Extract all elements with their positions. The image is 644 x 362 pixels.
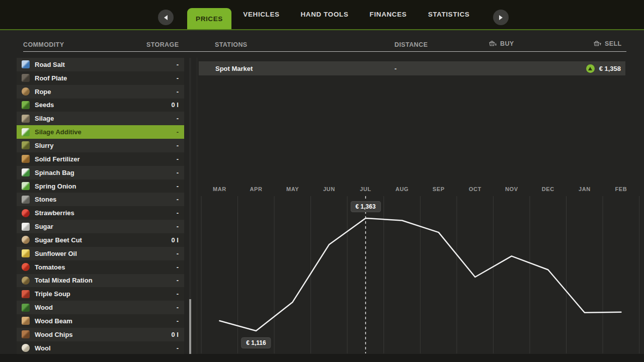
wood-icon (22, 304, 30, 312)
commodity-row[interactable]: Wood - (17, 301, 184, 314)
commodity-storage-value: - (177, 290, 179, 298)
wood-beam-icon (22, 317, 30, 325)
prices-screen: PRICES VEHICLES HAND TOOLS FINANCES STAT… (0, 0, 644, 362)
pane-divider (197, 58, 197, 354)
sell-price-group: € 1,358 (586, 64, 621, 73)
station-name: Spot Market (215, 65, 253, 72)
commodity-row[interactable]: Wood Beam - (17, 314, 184, 328)
silage-additive-icon (22, 128, 30, 136)
tab-hand-tools[interactable]: HAND TOOLS (294, 0, 355, 29)
column-header-stations: STATIONS (215, 41, 248, 48)
silage-icon (22, 115, 30, 123)
commodity-storage-value: - (177, 183, 179, 190)
total-mixed-ration-icon (22, 277, 30, 285)
commodity-row[interactable]: Wool - (17, 341, 184, 355)
commodity-name: Wool (35, 344, 51, 352)
commodity-row[interactable]: Rope - (17, 85, 184, 99)
commodity-row[interactable]: Slurry - (17, 139, 184, 152)
tab-vehicles[interactable]: VEHICLES (237, 0, 285, 29)
tab-prices[interactable]: PRICES (187, 8, 231, 30)
buy-basket-icon (489, 39, 497, 48)
commodity-name: Sunflower Oil (35, 250, 77, 257)
commodity-name: Total Mixed Ration (35, 277, 93, 284)
commodity-storage-value: - (177, 115, 179, 122)
commodity-name: Slurry (35, 142, 54, 149)
spot-market-row[interactable]: Spot Market - € 1,358 (199, 61, 625, 75)
strawberries-icon (22, 209, 30, 217)
road-salt-icon (22, 60, 30, 68)
commodity-name: Spring Onion (35, 183, 76, 190)
commodity-row[interactable]: Solid Fertilizer - (17, 152, 184, 166)
commodity-name: Tomatoes (35, 263, 65, 271)
commodity-row[interactable]: Sugar Beet Cut 0 l (17, 233, 184, 247)
column-header-sell: SELL (593, 39, 622, 48)
commodity-row[interactable]: Roof Plate - (17, 71, 184, 85)
commodity-row[interactable]: Total Mixed Ration - (17, 274, 184, 288)
commodity-storage-value: - (177, 88, 179, 96)
commodity-storage-value: - (177, 317, 179, 325)
sunflower-oil-icon (22, 249, 30, 257)
sugar-icon (22, 223, 30, 231)
tab-statistics[interactable]: STATISTICS (421, 0, 476, 29)
tabbar-accent-line (0, 29, 644, 30)
list-scrollbar-thumb[interactable] (189, 299, 191, 354)
commodity-storage-value: - (177, 209, 179, 217)
commodity-name: Strawberries (35, 209, 74, 217)
prev-tab-button[interactable] (158, 10, 174, 25)
roof-plate-icon (22, 74, 30, 82)
chart-peak-price-tag: € 1,363 (351, 201, 381, 212)
spring-onion-icon (22, 182, 30, 190)
commodity-storage-value: - (177, 74, 179, 82)
wool-icon (22, 344, 30, 352)
commodity-row[interactable]: Spring Onion - (17, 179, 184, 193)
sugar-beet-cut-icon (22, 236, 30, 244)
commodity-storage-value: - (177, 277, 179, 284)
commodity-row[interactable]: Seeds 0 l (17, 99, 184, 112)
commodity-storage-value: - (177, 223, 179, 230)
commodity-row[interactable]: Wood Chips 0 l (17, 328, 184, 341)
commodity-name: Seeds (35, 101, 54, 109)
commodity-name: Spinach Bag (35, 169, 74, 176)
commodity-storage-value: 0 l (172, 331, 179, 338)
commodity-storage-value: - (177, 61, 179, 68)
commodity-storage-value: - (177, 344, 179, 352)
triple-soup-icon (22, 290, 30, 298)
column-header-storage: STORAGE (146, 41, 179, 48)
commodity-name: Solid Fertilizer (35, 155, 80, 163)
header-divider (23, 51, 626, 52)
commodity-storage-value: - (177, 304, 179, 311)
commodity-row[interactable]: Triple Soup - (17, 287, 184, 301)
commodity-row[interactable]: Tomatoes - (17, 260, 184, 274)
commodity-row[interactable]: Road Salt - (17, 58, 184, 71)
commodity-row[interactable]: Strawberries - (17, 206, 184, 220)
next-tab-button[interactable] (493, 10, 509, 25)
chart-hover-area[interactable] (199, 181, 641, 354)
commodity-storage-value: - (177, 142, 179, 149)
column-header-distance: DISTANCE (394, 41, 428, 48)
stones-icon (22, 196, 30, 204)
arrow-right-icon (499, 15, 503, 20)
solid-fertilizer-icon (22, 155, 30, 163)
commodity-row[interactable]: Silage - (17, 112, 184, 125)
commodity-row[interactable]: Stones - (17, 193, 184, 206)
commodity-name: Wood Beam (35, 317, 72, 325)
commodity-name: Roof Plate (35, 74, 67, 82)
commodity-storage-value: - (177, 155, 179, 163)
wood-chips-icon (22, 330, 30, 338)
sell-price-value: € 1,358 (599, 65, 621, 72)
commodity-row[interactable]: Silage Additive - (17, 125, 184, 139)
price-trend-up-icon (586, 64, 595, 73)
commodity-storage-value: - (177, 196, 179, 203)
tab-finances[interactable]: FINANCES (363, 0, 413, 29)
commodity-name: Stones (35, 196, 56, 203)
commodity-storage-value: - (177, 128, 179, 136)
chart-low-price-tag: € 1,116 (241, 337, 271, 348)
arrow-left-icon (164, 15, 168, 20)
commodity-storage-value: 0 l (172, 236, 179, 244)
tomatoes-icon (22, 263, 30, 271)
commodity-storage-value: 0 l (172, 101, 179, 109)
commodity-row[interactable]: Sugar - (17, 220, 184, 233)
commodity-row[interactable]: Spinach Bag - (17, 166, 184, 179)
commodity-storage-value: - (177, 263, 179, 271)
commodity-row[interactable]: Sunflower Oil - (17, 247, 184, 260)
